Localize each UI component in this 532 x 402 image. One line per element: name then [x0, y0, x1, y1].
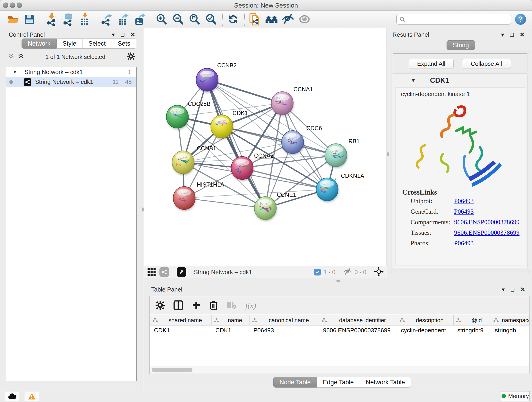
panel-menu-icon[interactable]: ▾	[502, 287, 505, 293]
panel-float-icon[interactable]: □	[510, 32, 514, 38]
tab-network[interactable]: Network	[22, 38, 57, 49]
help-icon[interactable]: ?	[515, 14, 526, 25]
network-node[interactable]	[166, 105, 189, 129]
tab-edge-table[interactable]: Edge Table	[317, 377, 360, 388]
column-header-namespace[interactable]: namespace	[491, 315, 530, 325]
cloud-button[interactable]	[5, 392, 19, 401]
table-cell[interactable]: CDK1	[212, 325, 250, 336]
share-document-icon[interactable]	[248, 13, 262, 26]
search-box[interactable]	[396, 14, 511, 25]
zoom-selected-icon[interactable]	[204, 13, 218, 26]
export-table-icon[interactable]	[116, 13, 130, 26]
zoom-out-icon[interactable]	[171, 13, 185, 26]
network-edge[interactable]	[207, 80, 282, 103]
column-header-canonicalname[interactable]: canonical name	[250, 315, 319, 325]
gene-section-header[interactable]: ▼ CDK1	[393, 74, 527, 87]
panel-float-icon[interactable]: □	[121, 32, 124, 38]
function-builder-icon[interactable]: f(x)	[245, 301, 256, 310]
right-splitter-handle[interactable]	[387, 152, 389, 156]
network-node[interactable]	[254, 197, 277, 221]
network-node[interactable]	[282, 131, 304, 155]
table-row[interactable]: CDK1CDK1P064939606.ENSP00000378699cyclin…	[150, 325, 529, 336]
scrollbar-thumb[interactable]	[152, 368, 192, 372]
tab-network-table[interactable]: Network Table	[360, 377, 411, 388]
expand-all-networks-icon[interactable]	[18, 53, 24, 61]
network-node[interactable]	[211, 115, 233, 139]
table-cell[interactable]: stringdb:9...	[454, 325, 491, 336]
memory-button[interactable]: Memory	[500, 391, 530, 401]
tab-style[interactable]: Style	[57, 38, 82, 49]
search-input[interactable]	[405, 16, 504, 23]
horizontal-scrollbar[interactable]	[150, 367, 529, 373]
grid-view-icon[interactable]	[147, 267, 156, 277]
panel-close-icon[interactable]: ✕	[520, 32, 525, 38]
detach-view-icon[interactable]	[177, 267, 186, 277]
network-graph[interactable]: CCNB2CCNA1CDC25BCDK1CDC6RB1CCNB1CCNA2CDK…	[147, 28, 387, 266]
network-node[interactable]	[325, 144, 347, 168]
show-columns-icon[interactable]	[173, 300, 183, 311]
column-header-sharedname[interactable]: shared name	[150, 315, 212, 325]
refresh-icon[interactable]	[226, 13, 240, 26]
warning-button[interactable]	[25, 392, 39, 401]
delete-column-icon[interactable]	[210, 300, 218, 311]
zoom-fit-icon[interactable]	[188, 13, 201, 26]
tab-sets[interactable]: Sets	[112, 38, 136, 49]
column-header-description[interactable]: description	[397, 315, 454, 325]
tab-node-table[interactable]: Node Table	[273, 377, 317, 388]
add-column-icon[interactable]	[192, 301, 201, 311]
save-session-icon[interactable]	[23, 13, 36, 26]
import-network-icon[interactable]	[45, 13, 58, 26]
fit-content-crosshair-icon[interactable]	[374, 267, 384, 277]
zoom-in-icon[interactable]	[155, 13, 168, 26]
panel-menu-icon[interactable]: ▾	[501, 32, 504, 38]
tree-expand-icon[interactable]: ▼	[13, 70, 17, 75]
table-cell[interactable]: P06493	[250, 325, 319, 336]
section-collapse-icon[interactable]: ▼	[411, 77, 416, 83]
string-view-icon[interactable]	[159, 267, 169, 277]
crosslink-link[interactable]: 9606.ENSP00000378699	[454, 229, 519, 236]
expand-all-button[interactable]: Expand All	[409, 59, 454, 69]
column-header-databaseidentifier[interactable]: database identifier	[319, 315, 397, 325]
show-hide-icon[interactable]	[281, 13, 295, 26]
table-header-row[interactable]: shared namenamecanonical namedatabase id…	[150, 315, 529, 325]
network-node[interactable]	[173, 186, 196, 211]
crosslink-link[interactable]: P06493	[454, 197, 474, 205]
horizontal-splitter[interactable]	[144, 278, 532, 283]
collapse-all-networks-icon[interactable]	[8, 53, 14, 61]
network-edge[interactable]	[184, 198, 265, 208]
crosslink-link[interactable]: P06493	[454, 240, 474, 247]
splitter-handle[interactable]	[336, 280, 340, 282]
import-network-database-icon[interactable]	[61, 13, 75, 26]
export-image-icon[interactable]	[133, 13, 146, 26]
network-node[interactable]	[316, 178, 339, 202]
table-cell[interactable]: 9606.ENSP00000378699	[319, 325, 397, 336]
network-row[interactable]: String Network – cdk1 11 48	[6, 77, 136, 87]
tab-string[interactable]: String	[447, 40, 475, 50]
panel-menu-icon[interactable]: ▾	[112, 32, 115, 38]
crosslink-link[interactable]: 9606.ENSP00000378699	[454, 218, 519, 226]
open-session-icon[interactable]	[6, 13, 20, 26]
table-cell[interactable]: stringdb	[491, 325, 530, 336]
network-collection-row[interactable]: ▼ String Network – cdk1 1	[6, 67, 136, 77]
network-node[interactable]	[271, 92, 294, 116]
network-node[interactable]	[172, 151, 195, 175]
selected-checkbox-icon[interactable]	[314, 269, 321, 275]
gear-icon[interactable]	[127, 52, 135, 61]
column-header-name[interactable]: name	[212, 315, 250, 325]
table-cell[interactable]: CDK1	[150, 325, 212, 336]
panel-close-icon[interactable]: ✕	[130, 32, 135, 38]
left-splitter-handle[interactable]	[142, 207, 144, 211]
import-table-icon[interactable]	[78, 13, 91, 26]
network-node[interactable]	[231, 157, 254, 181]
column-header-id[interactable]: @id	[454, 315, 491, 325]
export-network-icon[interactable]	[100, 13, 113, 26]
string-home-icon[interactable]	[265, 13, 278, 26]
panel-close-icon[interactable]: ✕	[520, 287, 525, 293]
preview-icon[interactable]	[298, 13, 311, 26]
delete-table-icon[interactable]	[227, 301, 237, 310]
collapse-all-button[interactable]: Collapse All	[462, 59, 511, 69]
hidden-eye-icon[interactable]	[343, 268, 352, 276]
table-cell[interactable]: cyclin-dependent ...	[397, 325, 454, 336]
crosslink-link[interactable]: P06493	[454, 208, 474, 215]
panel-float-icon[interactable]: □	[511, 287, 514, 293]
